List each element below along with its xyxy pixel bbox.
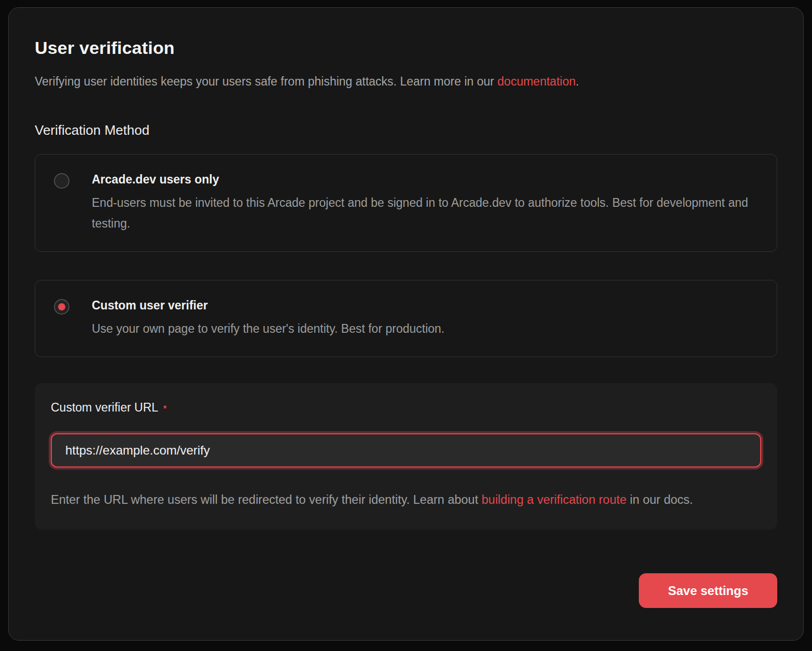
option-arcade-users-only[interactable]: Arcade.dev users only End-users must be … [35, 154, 777, 252]
radio-icon[interactable] [54, 173, 69, 189]
field-label-row: Custom verifier URL* [51, 401, 761, 415]
subtitle-text: Verifying user identities keeps your use… [35, 75, 497, 88]
actions-row: Save settings [35, 573, 777, 608]
help-text-after: in our docs. [626, 493, 693, 506]
custom-verifier-url-panel: Custom verifier URL* Enter the URL where… [35, 383, 777, 530]
option-label: Arcade.dev users only [92, 172, 758, 187]
verification-route-docs-link[interactable]: building a verification route [482, 493, 627, 506]
custom-verifier-url-input[interactable] [51, 433, 761, 468]
option-text: Custom user verifier Use your own page t… [92, 298, 444, 339]
verification-method-heading: Verification Method [35, 122, 777, 138]
radio-icon[interactable] [54, 299, 69, 315]
required-asterisk: * [163, 404, 166, 413]
option-text: Arcade.dev users only End-users must be … [92, 172, 758, 234]
subtitle-text-after: . [576, 75, 579, 88]
option-label: Custom user verifier [92, 298, 444, 313]
settings-page: User verification Verifying user identit… [0, 0, 812, 651]
page-title: User verification [35, 38, 777, 58]
help-text-before: Enter the URL where users will be redire… [51, 493, 482, 506]
option-custom-user-verifier[interactable]: Custom user verifier Use your own page t… [35, 280, 777, 357]
option-description: End-users must be invited to this Arcade… [92, 192, 758, 234]
save-settings-button[interactable]: Save settings [639, 573, 777, 608]
user-verification-card: User verification Verifying user identit… [8, 7, 804, 641]
custom-verifier-url-label: Custom verifier URL [51, 401, 158, 414]
page-subtitle: Verifying user identities keeps your use… [35, 74, 777, 89]
url-help-text: Enter the URL where users will be redire… [51, 489, 756, 510]
documentation-link[interactable]: documentation [497, 75, 576, 88]
option-description: Use your own page to verify the user's i… [92, 318, 444, 339]
